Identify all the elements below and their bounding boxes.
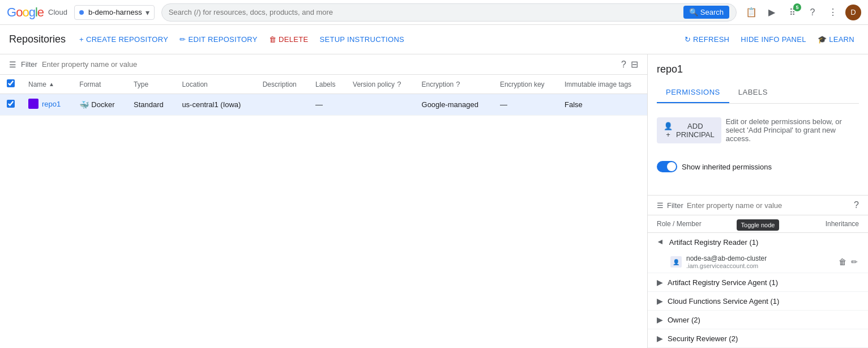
permission-group: Toggle node ▼ Artifact Registry Reader (… [648,233,868,273]
permissions-description: Edit or delete permissions below, or sel… [726,117,854,143]
role-member-header: Role / Member [657,220,808,228]
edit-icon: ✏ [179,35,186,44]
search-label: Search [700,8,724,16]
role-name: Artifact Registry Service Agent (1) [668,278,778,287]
encryption-column-header[interactable]: Encryption ? [415,75,493,94]
panel-tabs: PERMISSIONS LABELS [657,82,859,104]
create-label: CREATE REPOSITORY [86,35,168,44]
permission-group-header[interactable]: ▶ Cloud Functions Service Agent (1) [648,292,868,310]
create-repository-button[interactable]: + CREATE REPOSITORY [75,32,173,47]
repo-link[interactable]: repo1 [42,100,61,108]
encryption-key-column-header[interactable]: Encryption key [493,75,558,94]
select-all-checkbox[interactable] [7,79,15,87]
panel-filter-help-icon[interactable]: ? [854,200,859,210]
filter-icon: ☰ [9,60,16,69]
member-info: node-sa@ab-demo-cluster .iam.gserviceacc… [686,254,837,269]
panel-content: 👤+ ADD PRINCIPAL Edit or delete permissi… [648,108,868,195]
inheritance-header: Inheritance [808,220,859,228]
panel-filter-input[interactable] [687,201,850,210]
avatar[interactable]: D [845,5,861,20]
permission-group-header[interactable]: ▶ Owner (2) [648,311,868,329]
version-policy-help-icon[interactable]: ? [397,80,401,88]
learn-icon: 🎓 [818,35,827,44]
info-panel: repo1 PERMISSIONS LABELS 👤+ ADD PRINCIPA… [647,54,868,348]
project-dot [79,10,84,15]
add-person-icon: 👤+ [664,122,673,139]
select-all-header[interactable] [0,75,22,94]
cloud-label: Cloud [48,8,67,16]
panel-repo-title: repo1 [657,63,859,75]
repo-icon [28,99,39,109]
search-input[interactable] [169,8,679,16]
immutable-tags-cell: False [558,94,647,116]
permission-group-header[interactable]: ▶ Security Reviewer (2) [648,329,868,347]
filter-help-icon[interactable]: ? [621,60,626,70]
search-button[interactable]: 🔍 Search [683,6,729,19]
edit-member-button[interactable]: ✏ [850,256,859,268]
hide-info-panel-button[interactable]: HIDE INFO PANEL [736,32,811,47]
setup-instructions-button[interactable]: SETUP INSTRUCTIONS [315,32,409,47]
google-cloud-logo: Google Cloud [7,5,67,20]
inherited-permissions-toggle-row: Show inherited permissions [657,161,859,172]
member-avatar-icon: 👤 [670,256,682,268]
location-cell: us-central1 (Iowa) [175,94,255,116]
refresh-icon: ↻ [685,35,691,44]
toolbar: Repositories + CREATE REPOSITORY ✏ EDIT … [0,25,868,54]
format-column-header[interactable]: Format [72,75,127,94]
sort-ascending-icon: ▲ [49,81,54,87]
name-column-header[interactable]: Name ▲ [22,75,72,94]
project-selector[interactable]: b-demo-harness ▾ [74,5,155,20]
labels-cell: — [309,94,346,116]
refresh-label: REFRESH [693,35,729,44]
nav-icons: 📋 ▶ ⠿ 5 ? ⋮ D [743,5,861,20]
setup-label: SETUP INSTRUCTIONS [319,35,404,44]
permissions-column-headers: Role / Member Inheritance [648,215,868,233]
add-principal-label: ADD PRINCIPAL [676,122,715,139]
description-cell [256,94,309,116]
repositories-table: Name ▲ Format Type Location Descripti [0,75,647,116]
notification-badge[interactable]: ⠿ 5 [784,5,800,20]
edit-repository-button[interactable]: ✏ EDIT REPOSITORY [175,32,262,47]
tab-permissions[interactable]: PERMISSIONS [657,82,729,103]
permission-group-header[interactable]: ▶ Artifact Registry Service Agent (1) [648,273,868,291]
type-column-header[interactable]: Type [127,75,175,94]
member-domain: .iam.gserviceaccount.com [686,262,837,269]
permission-group: ▶ Security Reviewer (2) [648,329,868,348]
cloud-shell-icon[interactable]: ▶ [764,5,780,20]
encryption-help-icon[interactable]: ? [456,80,460,88]
filter-bar: ☰ Filter ? ⊟ [0,54,647,75]
version-policy-cell [346,94,414,116]
delete-button[interactable]: 🗑 DELETE [264,32,313,47]
permission-group-header[interactable]: Toggle node ▼ Artifact Registry Reader (… [648,233,868,251]
labels-column-header[interactable]: Labels [309,75,346,94]
description-column-header[interactable]: Description [256,75,309,94]
row-checkbox[interactable] [7,100,15,108]
role-name: Owner (2) [668,316,700,324]
type-cell: Standard [127,94,175,116]
permission-group: ▶ Artifact Registry Service Agent (1) [648,273,868,292]
collapsed-chevron-icon: ▶ [657,315,663,324]
tab-labels[interactable]: LABELS [729,82,777,103]
inherited-permissions-toggle[interactable] [657,161,677,172]
location-column-header[interactable]: Location [175,75,255,94]
add-principal-button[interactable]: 👤+ ADD PRINCIPAL [657,117,721,143]
learn-button[interactable]: 🎓 LEARN [813,32,859,47]
column-toggle-icon[interactable]: ⊟ [631,59,638,70]
refresh-button[interactable]: ↻ REFRESH [680,32,734,47]
delete-label: DELETE [279,35,308,44]
version-policy-column-header[interactable]: Version policy ? [346,75,414,94]
filter-input[interactable] [42,60,617,69]
format-cell: 🐳 Docker [72,94,127,116]
help-icon[interactable]: ? [805,5,820,20]
notifications-icon[interactable]: 📋 [743,5,759,20]
table-row[interactable]: repo1 🐳 Docker Standard us-central1 (Iow… [0,94,647,116]
more-options-icon[interactable]: ⋮ [825,5,841,20]
collapsed-chevron-icon: ▶ [657,278,663,287]
delete-member-button[interactable]: 🗑 [837,256,848,268]
role-name: Security Reviewer (2) [668,334,738,343]
filter-label: Filter [21,60,37,69]
member-email: node-sa@ab-demo-cluster [686,254,837,262]
project-name: b-demo-harness [88,8,142,16]
immutable-tags-column-header[interactable]: Immutable image tags [558,75,647,94]
panel-filter-icon: ☰ [657,201,664,210]
